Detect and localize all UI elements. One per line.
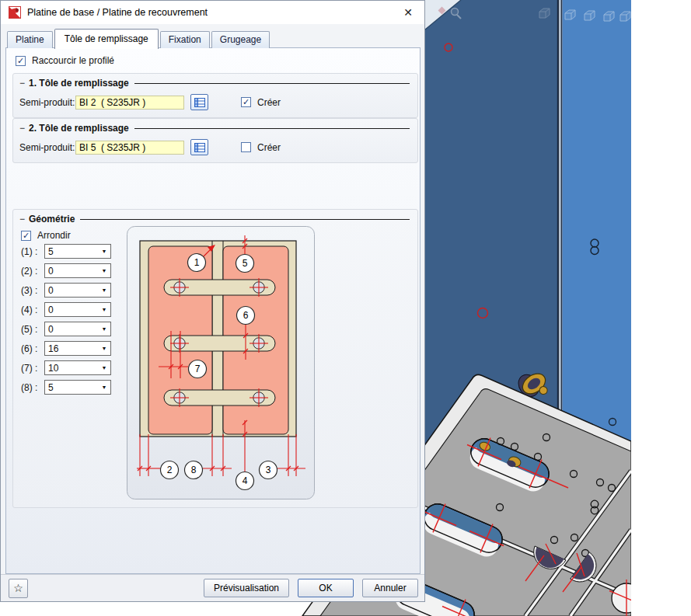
- chevron-down-icon: ▼: [98, 385, 110, 390]
- round-corners-row: ✓ Arrondir: [21, 230, 71, 241]
- group-filler-plate-2: − 2. Tôle de remplissage Semi-produit:: [12, 118, 418, 163]
- param-label-2: (2) :: [21, 266, 44, 277]
- param-value-5: 0: [45, 324, 98, 335]
- dialog-titlebar[interactable]: Platine de base / Platine de recouvremen…: [1, 1, 424, 24]
- param-dropdown-5[interactable]: 0 ▼: [44, 322, 111, 336]
- cancel-button[interactable]: Annuler: [362, 579, 418, 597]
- collapse-icon[interactable]: −: [19, 214, 25, 224]
- callout-number: 4: [243, 475, 248, 486]
- param-row-2: (2) : 0 ▼: [21, 263, 111, 278]
- browse-semi-product-button-1[interactable]: [190, 94, 208, 110]
- shorten-profile-checkbox-row: ✓ Raccourcir le profilé: [16, 55, 114, 66]
- geometry-title: Géométrie: [29, 214, 75, 224]
- preview-button[interactable]: Prévisualisation: [204, 579, 289, 597]
- callout-number: 3: [266, 465, 271, 475]
- create-label-2: Créer: [257, 142, 281, 153]
- param-label-7: (7) :: [21, 363, 44, 374]
- tab-strip: Platine Tôle de remplissage Fixation Gru…: [7, 29, 271, 48]
- application-viewport: Platine de base / Platine de recouvremen…: [0, 0, 691, 616]
- app-icon: [9, 6, 21, 19]
- group-geometry: − Géométrie ✓ Arrondir (1) : 5 ▼ (2) : 0…: [12, 209, 418, 508]
- param-label-8: (8) :: [21, 382, 44, 393]
- param-value-6: 16: [45, 343, 98, 354]
- semi-product-field-2[interactable]: [75, 141, 184, 155]
- group-filler-plate-1: − 1. Tôle de remplissage Semi-produit: ✓: [12, 73, 418, 118]
- catalog-table-icon: [194, 143, 205, 152]
- param-dropdown-7[interactable]: 10 ▼: [44, 360, 111, 375]
- group-2-header: − 2. Tôle de remplissage: [13, 119, 417, 134]
- param-label-3: (3) :: [21, 285, 44, 296]
- shorten-profile-label: Raccourcir le profilé: [32, 55, 114, 66]
- param-label-1: (1) :: [21, 246, 44, 257]
- param-row-3: (3) : 0 ▼: [21, 283, 111, 298]
- semi-product-label: Semi-produit:: [19, 97, 75, 108]
- collapse-icon[interactable]: −: [19, 123, 25, 134]
- tab-platine[interactable]: Platine: [7, 31, 53, 48]
- tab-tole-de-remplissage[interactable]: Tôle de remplissage: [54, 29, 159, 49]
- param-value-3: 0: [45, 285, 98, 296]
- dialog-footer: ☆ Prévisualisation OK Annuler: [1, 574, 424, 601]
- param-label-5: (5) :: [21, 324, 44, 335]
- group-1-header: − 1. Tôle de remplissage: [13, 74, 417, 89]
- chevron-down-icon: ▼: [98, 307, 110, 312]
- param-dropdown-4[interactable]: 0 ▼: [44, 302, 111, 317]
- param-dropdown-1[interactable]: 5 ▼: [44, 244, 111, 259]
- group-rule: [134, 128, 410, 129]
- browse-semi-product-button-2[interactable]: [190, 139, 208, 155]
- create-label-1: Créer: [257, 97, 281, 108]
- chevron-down-icon: ▼: [98, 346, 110, 351]
- ok-button[interactable]: OK: [298, 579, 354, 597]
- chevron-down-icon: ▼: [98, 287, 110, 293]
- group-rule: [80, 219, 410, 220]
- geometry-preview-diagram: 1 5 6 7 2 8 4 3: [127, 226, 315, 499]
- callout-number: 7: [195, 364, 201, 374]
- param-dropdown-8[interactable]: 5 ▼: [44, 380, 111, 395]
- param-dropdown-6[interactable]: 16 ▼: [44, 341, 111, 356]
- param-row-1: (1) : 5 ▼: [21, 244, 111, 259]
- group-1-title: 1. Tôle de remplissage: [29, 78, 129, 89]
- param-row-4: (4) : 0 ▼: [21, 302, 111, 317]
- param-row-5: (5) : 0 ▼: [21, 322, 111, 336]
- chevron-down-icon: ▼: [98, 268, 110, 273]
- param-dropdown-3[interactable]: 0 ▼: [44, 283, 111, 298]
- param-label-4: (4) :: [21, 305, 44, 315]
- param-value-7: 10: [45, 363, 98, 374]
- param-value-2: 0: [45, 266, 98, 277]
- callout-number: 2: [167, 465, 173, 475]
- callout-number: 8: [191, 465, 197, 475]
- collapse-icon[interactable]: −: [19, 78, 25, 89]
- round-corners-label: Arrondir: [37, 230, 71, 241]
- round-corners-checkbox[interactable]: ✓: [21, 231, 31, 241]
- callout-number: 5: [243, 258, 248, 269]
- param-value-4: 0: [45, 305, 98, 315]
- callout-number: 6: [243, 310, 249, 321]
- create-checkbox-2[interactable]: [241, 142, 251, 152]
- group-rule: [134, 83, 410, 84]
- param-label-6: (6) :: [21, 343, 44, 354]
- chevron-down-icon: ▼: [98, 326, 110, 332]
- param-dropdown-2[interactable]: 0 ▼: [44, 263, 111, 278]
- dialog-title: Platine de base / Platine de recouvremen…: [27, 7, 208, 18]
- param-row-6: (6) : 16 ▼: [21, 341, 111, 356]
- group-2-title: 2. Tôle de remplissage: [29, 123, 129, 134]
- chevron-down-icon: ▼: [98, 249, 110, 254]
- geometry-header: − Géométrie: [13, 210, 417, 225]
- param-value-8: 5: [45, 382, 98, 393]
- tab-fixation[interactable]: Fixation: [160, 31, 210, 48]
- param-row-8: (8) : 5 ▼: [21, 380, 111, 395]
- param-row-7: (7) : 10 ▼: [21, 360, 111, 375]
- favorites-button[interactable]: ☆: [9, 579, 28, 598]
- semi-product-label: Semi-produit:: [19, 142, 75, 153]
- close-icon[interactable]: ✕: [396, 6, 424, 19]
- tab-page: ✓ Raccourcir le profilé − 1. Tôle de rem…: [5, 47, 421, 574]
- chevron-down-icon: ▼: [98, 365, 110, 371]
- catalog-table-icon: [194, 98, 205, 107]
- callout-number: 1: [194, 257, 200, 268]
- tab-grugeage[interactable]: Grugeage: [211, 31, 270, 48]
- shorten-profile-checkbox[interactable]: ✓: [16, 56, 26, 66]
- dialog-window: Platine de base / Platine de recouvremen…: [0, 0, 425, 602]
- param-value-1: 5: [45, 246, 98, 257]
- create-checkbox-1[interactable]: ✓: [241, 97, 251, 107]
- semi-product-field-1[interactable]: [75, 96, 184, 110]
